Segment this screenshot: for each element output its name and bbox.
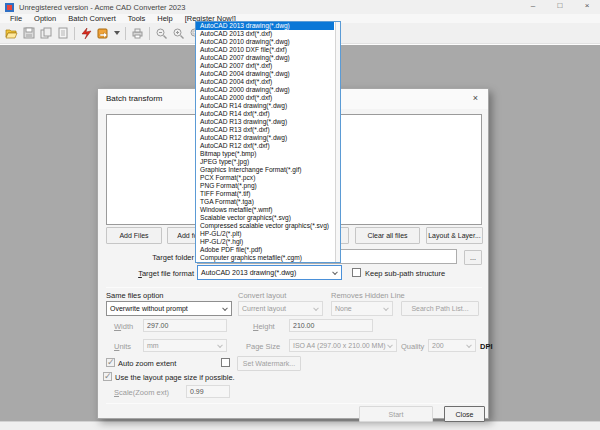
zoom-out-icon[interactable] (154, 26, 169, 41)
same-files-combobox[interactable]: Overwrite without prompt (106, 301, 232, 316)
dropdown-list-item[interactable]: Bitmap type(*.bmp) (196, 150, 334, 158)
convert-layout-label: Convert layout (238, 291, 286, 300)
target-format-combobox[interactable]: AutoCAD 2013 drawing(*.dwg) (197, 265, 342, 280)
same-files-option-label: Same files option (106, 291, 164, 300)
layout-layer-button[interactable]: Layout & Layer... (426, 227, 483, 244)
dropdown-list-item[interactable]: AutoCAD 2013 drawing(*.dwg) (196, 22, 334, 30)
divider (106, 287, 482, 288)
dropdown-list-item[interactable]: AutoCAD 2007 dxf(*.dxf) (196, 62, 334, 70)
removes-hidden-value: None (335, 305, 352, 312)
quality-combobox: 200 (428, 339, 476, 352)
zoom-in-icon[interactable] (171, 26, 186, 41)
dropdown-list-item[interactable]: AutoCAD 2000 drawing(*.dwg) (196, 86, 334, 94)
height-label: Height (253, 322, 275, 331)
target-format-label: Target file format (106, 269, 194, 278)
dropdown-list-item[interactable]: PCX Format(*.pcx) (196, 174, 334, 182)
chevron-down-icon (217, 342, 223, 348)
dropdown-list-item[interactable]: AutoCAD 2004 drawing(*.dwg) (196, 70, 334, 78)
batch-convert-icon[interactable] (96, 26, 111, 41)
quality-label: Quality (401, 342, 424, 351)
dropdown-list-item[interactable]: Computer graphics metafile(*.cgm) (196, 254, 334, 262)
keep-subpath-label: Keep sub-path structure (365, 269, 445, 278)
removes-hidden-line-label: Removes Hidden Line (331, 291, 405, 300)
dropdown-list-item[interactable]: Scalable vector graphics(*.svg) (196, 214, 334, 222)
use-layout-size-label: Use the layout page size if possible. (115, 373, 235, 382)
dropdown-list-item[interactable]: AutoCAD 2000 dxf(*.dxf) (196, 94, 334, 102)
dropdown-list-item[interactable]: Adobe PDF file(*.pdf) (196, 246, 334, 254)
menu-item[interactable]: Help (151, 14, 178, 23)
target-format-dropdown-list: AutoCAD 2013 drawing(*.dwg)AutoCAD 2013 … (195, 21, 341, 263)
width-label: Width (114, 322, 133, 331)
print-preview-icon[interactable] (55, 26, 70, 41)
dropdown-list-item[interactable]: AutoCAD R14 dxf(*.dxf) (196, 110, 334, 118)
menu-item[interactable]: File (4, 14, 28, 23)
dropdown-list-item[interactable]: AutoCAD R14 drawing(*.dwg) (196, 102, 334, 110)
open-file-icon[interactable] (4, 26, 19, 41)
dpi-label: DPI (480, 342, 493, 351)
target-folder-label: Target folder (106, 253, 194, 262)
menu-item[interactable]: Tools (122, 14, 152, 23)
use-layout-size-checkbox (103, 372, 112, 381)
units-label: Units (114, 342, 131, 351)
print-icon[interactable] (130, 26, 145, 41)
menu-item[interactable]: Option (28, 14, 62, 23)
clear-all-files-button[interactable]: Clear all files (355, 227, 420, 244)
batch-convert-dropdown-caret[interactable] (114, 31, 120, 35)
dropdown-list-item[interactable]: Graphics Interchange Format(*.gif) (196, 166, 334, 174)
dropdown-list-item[interactable]: HP-GL/2(*.plt) (196, 230, 334, 238)
start-button[interactable]: Start (359, 406, 433, 422)
menu-item[interactable]: Batch Convert (62, 14, 122, 23)
dropdown-list-item[interactable]: AutoCAD R13 dxf(*.dxf) (196, 126, 334, 134)
chevron-down-icon (222, 305, 228, 311)
chevron-down-icon (387, 342, 393, 348)
dropdown-list-item[interactable]: JPEG type(*.jpg) (196, 158, 334, 166)
close-dialog-button[interactable]: Close (444, 406, 485, 422)
dropdown-list-item[interactable]: AutoCAD R12 drawing(*.dwg) (196, 134, 334, 142)
save-icon[interactable] (21, 26, 36, 41)
convert-layout-value: Current layout (242, 305, 286, 312)
keep-subpath-checkbox[interactable] (352, 268, 361, 277)
window-title: Unregistered version - Acme CAD Converte… (19, 3, 185, 12)
set-watermark-button[interactable]: Set Watermark... (237, 356, 301, 371)
search-path-list-button[interactable]: Search Path List... (401, 301, 479, 316)
dropdown-list-item[interactable]: Compressed scalable vector graphics(*.sv… (196, 222, 334, 230)
auto-zoom-checkbox (106, 358, 115, 367)
chevron-down-icon (313, 305, 319, 311)
page-size-combobox: ISO A4 (297.00 x 210.00 MM) (289, 339, 397, 352)
page-size-value: ISO A4 (297.00 x 210.00 MM) (293, 342, 386, 349)
dropdown-list-item[interactable]: TGA Format(*.tga) (196, 198, 334, 206)
minimize-button[interactable]: – (528, 1, 538, 10)
removes-hidden-combobox: None (331, 301, 393, 316)
maximize-button[interactable]: □ (555, 1, 565, 10)
divider (106, 403, 482, 404)
dropdown-list-item[interactable]: HP-GL/2(*.hgl) (196, 238, 334, 246)
units-combobox: mm (143, 339, 227, 352)
close-button[interactable]: × (582, 1, 592, 10)
dropdown-list-item[interactable]: AutoCAD 2007 drawing(*.dwg) (196, 54, 334, 62)
quality-value: 200 (432, 342, 444, 349)
dropdown-list-item[interactable]: Windows metafile(*.wmf) (196, 206, 334, 214)
dropdown-list-item[interactable]: AutoCAD 2010 drawing(*.dwg) (196, 38, 334, 46)
scale-input: 0.99 (186, 385, 230, 398)
chevron-down-icon (332, 269, 338, 275)
dialog-close-icon[interactable]: × (473, 93, 478, 103)
status-bar (0, 421, 600, 430)
dropdown-list-item[interactable]: AutoCAD 2004 dxf(*.dxf) (196, 78, 334, 86)
copy-icon[interactable] (38, 26, 53, 41)
dropdown-list-item[interactable]: AutoCAD R12 dxf(*.dxf) (196, 142, 334, 150)
dropdown-list-item[interactable]: AutoCAD 2013 dxf(*.dxf) (196, 30, 334, 38)
dropdown-list-item[interactable]: AutoCAD 2010 DXF file(*.dxf) (196, 46, 334, 54)
page-size-label: Page Size (246, 342, 280, 351)
width-input: 297.00 (143, 319, 227, 332)
dropdown-list-item[interactable]: TIFF Format(*.tif) (196, 190, 334, 198)
chevron-down-icon (466, 342, 472, 348)
browse-folder-button[interactable]: ... (464, 250, 482, 265)
dropdown-scrollbar[interactable] (335, 22, 340, 262)
watermark-checkbox[interactable] (221, 358, 230, 367)
scale-label: Scale(Zoom ext) (114, 388, 169, 397)
add-files-button[interactable]: Add Files (106, 227, 162, 244)
convert-icon[interactable] (79, 26, 94, 41)
dropdown-list-item[interactable]: AutoCAD R13 drawing(*.dwg) (196, 118, 334, 126)
dropdown-list-item[interactable]: PNG Format(*.png) (196, 182, 334, 190)
units-value: mm (147, 342, 159, 349)
